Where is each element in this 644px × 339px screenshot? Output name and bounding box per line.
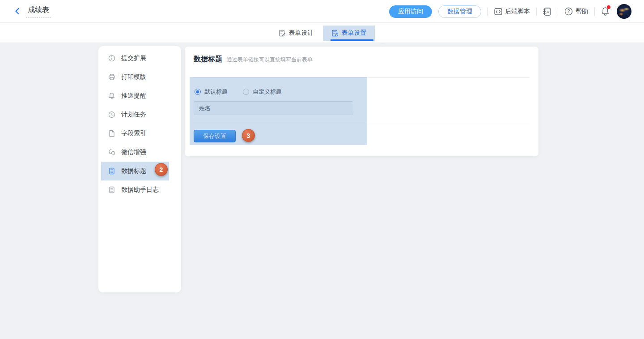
back-button[interactable] xyxy=(10,4,25,19)
sidebar-item-scheduled-task[interactable]: 计划任务 xyxy=(101,105,169,124)
form-design-icon xyxy=(279,30,286,37)
user-avatar[interactable] xyxy=(617,4,631,19)
save-settings-button[interactable]: 保存设置 xyxy=(194,130,236,142)
annotation-badge-3: 3 xyxy=(242,129,255,142)
sidebar-item-data-assistant-log[interactable]: 数据助手日志 xyxy=(101,180,169,199)
divider xyxy=(558,8,558,16)
info-icon xyxy=(108,55,115,62)
code-icon xyxy=(494,8,502,15)
sidebar-item-label: 计划任务 xyxy=(121,111,146,119)
radio-selected-icon[interactable] xyxy=(195,89,201,95)
radio-default-title[interactable]: 默认标题 xyxy=(195,88,228,96)
svg-text:A: A xyxy=(547,9,550,14)
sidebar-item-label: 打印模版 xyxy=(121,73,146,81)
data-title-field-input[interactable] xyxy=(194,101,353,115)
sidebar-item-submit-extension[interactable]: 提交扩展 xyxy=(101,49,169,68)
journal-button[interactable]: A xyxy=(543,7,551,16)
title-mode-radio-group: 默认标题 自定义标题 xyxy=(195,88,282,96)
tab-form-settings-label: 表单设置 xyxy=(342,29,367,37)
notification-dot xyxy=(607,5,610,9)
top-header: 成绩表 应用访问 数据管理 后端脚本 A ? 帮助 xyxy=(0,0,644,23)
backend-script-label: 后端脚本 xyxy=(505,8,530,16)
tab-form-design[interactable]: 表单设计 xyxy=(274,26,318,41)
sidebar-item-label: 微信增强 xyxy=(121,148,146,156)
data-title-panel: 数据标题 通过表单链接可以直接填写当前表单 默认标题 自定义标题 保存设置 xyxy=(185,47,538,156)
journal-icon: A xyxy=(543,7,551,16)
sidebar-item-label: 推送提醒 xyxy=(121,92,146,100)
app-access-button[interactable]: 应用访问 xyxy=(389,5,432,18)
sidebar-item-label: 字段索引 xyxy=(121,129,146,137)
help-label: 帮助 xyxy=(576,8,588,16)
form-tabbar: 表单设计 表单设置 xyxy=(0,23,644,43)
svg-text:?: ? xyxy=(568,9,570,14)
list-icon xyxy=(108,167,115,175)
bell-icon xyxy=(108,92,115,99)
settings-sidebar: 提交扩展 打印模版 推送提醒 计划任务 字段索引 微信增强 数据标题 xyxy=(98,46,181,292)
chevron-left-icon xyxy=(13,7,21,15)
sidebar-item-label: 数据标题 xyxy=(121,167,146,175)
sidebar-item-label: 数据助手日志 xyxy=(121,186,159,194)
radio-custom-title-label[interactable]: 自定义标题 xyxy=(253,88,282,96)
sidebar-item-label: 提交扩展 xyxy=(121,54,146,62)
panel-subtitle: 通过表单链接可以直接填写当前表单 xyxy=(227,56,313,64)
active-tab-underline xyxy=(330,39,373,41)
header-actions: 应用访问 数据管理 后端脚本 A ? 帮助 xyxy=(389,0,631,23)
divider xyxy=(487,8,488,16)
printer-icon xyxy=(108,73,115,81)
notifications-button[interactable] xyxy=(601,7,610,16)
sidebar-item-wechat-enhance[interactable]: 微信增强 xyxy=(101,143,169,162)
form-settings-icon xyxy=(331,30,339,37)
panel-title: 数据标题 xyxy=(194,55,222,64)
list-icon xyxy=(108,186,115,193)
clock-icon xyxy=(108,111,115,118)
divider xyxy=(536,8,537,16)
form-title[interactable]: 成绩表 xyxy=(26,4,51,18)
divider xyxy=(193,122,530,122)
data-management-button[interactable]: 数据管理 xyxy=(438,5,481,18)
backend-script-button[interactable]: 后端脚本 xyxy=(494,8,530,16)
question-circle-icon: ? xyxy=(564,7,573,16)
sidebar-item-print-template[interactable]: 打印模版 xyxy=(101,68,169,86)
divider xyxy=(193,77,530,78)
document-icon xyxy=(108,130,115,137)
panel-header: 数据标题 通过表单链接可以直接填写当前表单 xyxy=(194,55,313,64)
sidebar-item-push-reminder[interactable]: 推送提醒 xyxy=(101,86,169,105)
radio-default-title-label[interactable]: 默认标题 xyxy=(204,88,228,96)
divider xyxy=(594,8,595,16)
wechat-icon xyxy=(108,149,115,156)
radio-unselected-icon[interactable] xyxy=(243,89,249,95)
sidebar-item-field-index[interactable]: 字段索引 xyxy=(101,124,169,143)
help-button[interactable]: ? 帮助 xyxy=(564,7,588,16)
tab-form-design-label: 表单设计 xyxy=(289,29,314,37)
tab-form-settings[interactable]: 表单设置 xyxy=(323,26,375,41)
radio-custom-title[interactable]: 自定义标题 xyxy=(243,88,282,96)
annotation-badge-2: 2 xyxy=(155,163,168,176)
